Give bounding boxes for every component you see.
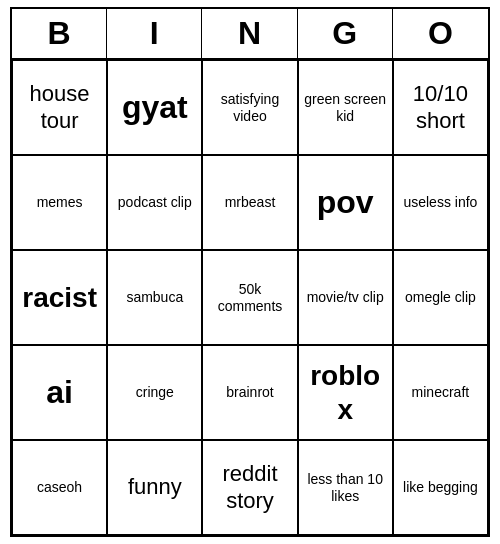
bingo-cell: 10/10 short: [393, 60, 488, 155]
header-letter: I: [107, 9, 202, 58]
header-letter: G: [298, 9, 393, 58]
bingo-cell: reddit story: [202, 440, 297, 535]
bingo-cell: green screen kid: [298, 60, 393, 155]
bingo-cell: minecraft: [393, 345, 488, 440]
bingo-cell: 50k comments: [202, 250, 297, 345]
bingo-grid: house tourgyatsatisfying videogreen scre…: [12, 60, 488, 535]
bingo-cell: caseoh: [12, 440, 107, 535]
bingo-cell: useless info: [393, 155, 488, 250]
bingo-cell: sambuca: [107, 250, 202, 345]
bingo-card: BINGO house tourgyatsatisfying videogree…: [10, 7, 490, 537]
bingo-header: BINGO: [12, 9, 488, 60]
bingo-cell: mrbeast: [202, 155, 297, 250]
bingo-cell: ai: [12, 345, 107, 440]
bingo-cell: satisfying video: [202, 60, 297, 155]
bingo-cell: movie/tv clip: [298, 250, 393, 345]
bingo-cell: roblox: [298, 345, 393, 440]
bingo-cell: house tour: [12, 60, 107, 155]
header-letter: B: [12, 9, 107, 58]
bingo-cell: less than 10 likes: [298, 440, 393, 535]
bingo-cell: gyat: [107, 60, 202, 155]
bingo-cell: brainrot: [202, 345, 297, 440]
bingo-cell: racist: [12, 250, 107, 345]
bingo-cell: pov: [298, 155, 393, 250]
bingo-cell: funny: [107, 440, 202, 535]
bingo-cell: omegle clip: [393, 250, 488, 345]
header-letter: N: [202, 9, 297, 58]
header-letter: O: [393, 9, 488, 58]
bingo-cell: memes: [12, 155, 107, 250]
bingo-cell: cringe: [107, 345, 202, 440]
bingo-cell: podcast clip: [107, 155, 202, 250]
bingo-cell: like begging: [393, 440, 488, 535]
